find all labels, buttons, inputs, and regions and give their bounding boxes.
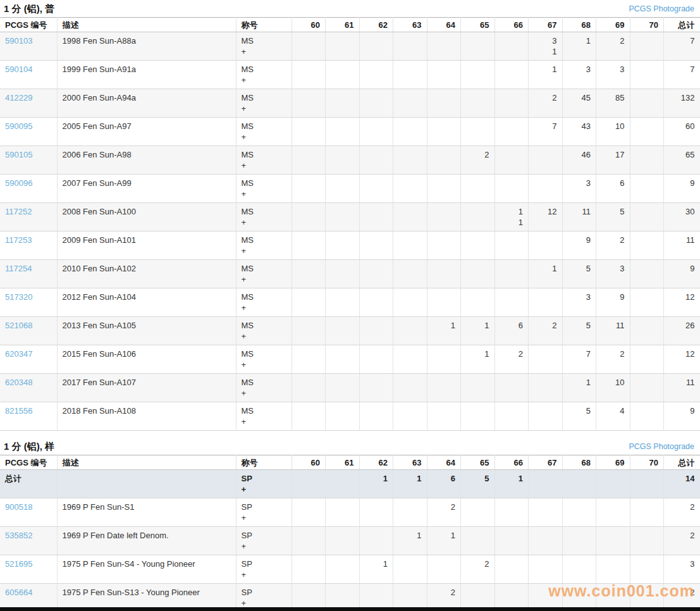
description-cell: 2015 Fen Sun-A106 [57, 345, 236, 374]
grade-cell-63 [393, 89, 427, 118]
report-tables-container: 1 分 (铝), 普PCGS PhotogradePCGS 编号描述称号6061… [0, 0, 700, 611]
grade-cell-61 [326, 374, 360, 402]
grade-cell-65 [461, 498, 495, 527]
grade-cell-69 [596, 498, 630, 527]
grade-cell-67: 2 [529, 89, 563, 118]
designation-cell: SP+ [236, 555, 292, 584]
pcgs-number-link[interactable]: 821556 [5, 406, 32, 416]
grade-count: 1 [500, 206, 524, 217]
description-cell: 2017 Fen Sun-A107 [57, 374, 236, 402]
pcgs-number-link[interactable]: 590104 [5, 65, 32, 74]
grade-cell-68: 5 [562, 260, 596, 288]
grade-cell-61 [326, 175, 360, 203]
grade-cell-60 [292, 118, 326, 146]
pcgs-number-link[interactable]: 535852 [5, 531, 32, 540]
pcgs-number-cell: 535852 [0, 527, 57, 555]
grade-count: 1 [433, 320, 456, 331]
grade-cell-68 [562, 527, 596, 555]
grade-count [297, 149, 321, 160]
grade-cell-70 [630, 288, 664, 317]
pcgs-number-link[interactable]: 590095 [5, 121, 32, 131]
grade-cell-70 [630, 61, 664, 89]
grade-count [398, 35, 422, 46]
grade-cell-66: 1 [494, 470, 529, 498]
table-row: 6203472015 Fen Sun-A106MS+127212 [0, 345, 700, 374]
grade-cell-64 [427, 118, 461, 146]
grade-count [534, 559, 557, 569]
grade-cell-66 [494, 61, 529, 89]
pcgs-number-link[interactable]: 117252 [5, 207, 32, 216]
grade-count: 2 [500, 349, 524, 359]
grade-cell-64 [427, 555, 461, 584]
section-header: 1 分 (铝), 普PCGS Photograde [0, 0, 700, 17]
grade-cell-66 [494, 288, 529, 317]
grade-cell-68: 43 [562, 118, 596, 146]
pcgs-number-link[interactable]: 117253 [5, 235, 32, 245]
pcgs-number-link[interactable]: 590105 [5, 150, 32, 159]
grade-cell-60 [292, 260, 326, 288]
grade-count [398, 405, 422, 416]
designation-line: + [242, 484, 286, 495]
grade-cell-66 [494, 402, 529, 431]
table-header-row: PCGS 编号描述称号6061626364656667686970总计 [0, 18, 700, 32]
grade-cell-60 [292, 374, 326, 402]
table-row: 8215562018 Fen Sun-A108MS+549 [0, 402, 700, 431]
grade-cell-66: 6 [494, 317, 529, 345]
pcgs-number-link[interactable]: 900518 [5, 502, 32, 512]
pcgs-number-link[interactable]: 521068 [5, 321, 32, 330]
pcgs-number-link[interactable]: 620347 [5, 349, 32, 359]
pcgs-number-link[interactable]: 605664 [5, 588, 32, 597]
grade-cell-62 [359, 231, 393, 260]
grade-cell-68 [562, 555, 596, 584]
grade-count [534, 502, 557, 512]
grade-cell-66 [494, 175, 529, 203]
description-cell: 2013 Fen Sun-A105 [57, 317, 236, 345]
designation-line: MS [242, 35, 286, 46]
grade-count [297, 405, 321, 416]
grade-cell-62 [359, 345, 393, 374]
description-cell: 2005 Fen Sun-A97 [57, 118, 236, 146]
grade-cell-62: 1 [359, 470, 393, 498]
grade-count: 3 [601, 263, 625, 274]
description-cell: 1969 P Fen Date left Denom. [57, 527, 236, 555]
designation-cell: MS+ [236, 89, 292, 118]
grade-count [297, 559, 321, 569]
grade-cell-61 [326, 32, 360, 61]
pcgs-number-link[interactable]: 517320 [5, 292, 32, 302]
grade-count [466, 92, 489, 103]
grade-cell-67: 1 [529, 260, 563, 288]
grade-cell-62 [359, 527, 393, 555]
grade-cell-62 [359, 175, 393, 203]
photograde-link[interactable]: PCGS Photograde [629, 442, 694, 452]
pcgs-number-link[interactable]: 590096 [5, 178, 32, 188]
grade-count [365, 530, 388, 541]
grade-count: 3 [534, 35, 557, 46]
grade-count [636, 263, 659, 274]
grade-cell-67 [529, 146, 563, 175]
pcgs-number-link[interactable]: 620348 [5, 378, 32, 387]
plus-grade-count: 1 [500, 217, 524, 228]
designation-line: SP [242, 559, 286, 569]
pcgs-number-link[interactable]: 117254 [5, 264, 32, 273]
designation-line: MS [242, 149, 286, 160]
grade-cell-69: 2 [596, 32, 630, 61]
grade-cell-65 [461, 175, 495, 203]
grade-cell-68: 1 [562, 32, 596, 61]
grade-count [297, 530, 321, 541]
grade-cell-70 [630, 260, 664, 288]
designation-line: + [242, 132, 286, 142]
designation-line: MS [242, 235, 286, 245]
pcgs-number-link[interactable]: 412229 [5, 93, 32, 102]
designation-line: + [242, 512, 286, 523]
grade-cell-66 [494, 89, 529, 118]
grade-cell-65 [461, 32, 495, 61]
description-text: 1999 Fen Sun-A91a [63, 64, 231, 75]
pcgs-number-link[interactable]: 521695 [5, 559, 32, 569]
photograde-link[interactable]: PCGS Photograde [629, 4, 694, 14]
table-row: 5358521969 P Fen Date left Denom.SP+112 [0, 527, 700, 555]
pcgs-number-link[interactable]: 590103 [5, 36, 32, 46]
grade-cell-64 [427, 231, 461, 260]
grade-count [365, 320, 388, 331]
grade-count [636, 35, 659, 46]
grade-count: 45 [568, 92, 591, 103]
